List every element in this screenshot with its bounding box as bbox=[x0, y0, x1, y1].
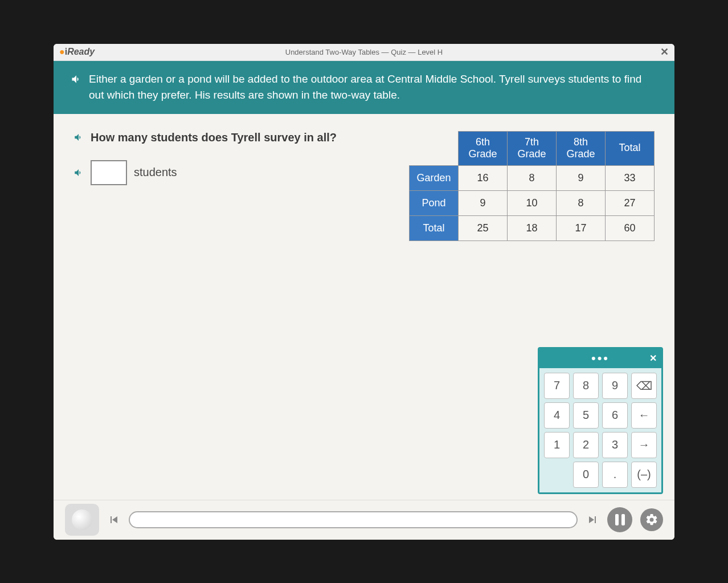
answer-input[interactable] bbox=[91, 160, 127, 185]
question-text: How many students does Tyrell survey in … bbox=[91, 131, 337, 144]
table-cell: 8 bbox=[508, 165, 557, 190]
key-8[interactable]: 8 bbox=[573, 373, 599, 399]
key-backspace[interactable]: ⌫ bbox=[631, 373, 657, 399]
speaker-icon[interactable] bbox=[73, 132, 84, 142]
dock-button[interactable] bbox=[65, 504, 99, 536]
row-header: Total bbox=[410, 215, 459, 240]
table-cell: 17 bbox=[557, 215, 606, 240]
two-way-table: 6thGrade 7thGrade 8thGrade Total Garden … bbox=[409, 131, 655, 241]
question-row: How many students does Tyrell survey in … bbox=[73, 131, 398, 144]
row-header: Pond bbox=[410, 190, 459, 215]
pause-icon bbox=[615, 514, 625, 525]
context-text: Either a garden or a pond will be added … bbox=[89, 71, 657, 104]
col-header: 8thGrade bbox=[557, 131, 606, 165]
key-5[interactable]: 5 bbox=[573, 402, 599, 429]
col-header: 6thGrade bbox=[459, 131, 508, 165]
key-negative[interactable]: (–) bbox=[631, 462, 657, 488]
context-banner: Either a garden or a pond will be added … bbox=[54, 61, 674, 114]
progress-bar[interactable] bbox=[129, 511, 578, 528]
bottom-bar bbox=[54, 500, 674, 540]
logo: ●iReady bbox=[59, 47, 95, 57]
keypad-close-button[interactable]: ✕ bbox=[649, 353, 657, 364]
orb-icon bbox=[72, 509, 92, 530]
col-header: Total bbox=[606, 131, 655, 165]
question-column: How many students does Tyrell survey in … bbox=[73, 131, 398, 483]
row-header: Garden bbox=[410, 165, 459, 190]
table-cell: 27 bbox=[606, 190, 655, 215]
key-7[interactable]: 7 bbox=[544, 373, 570, 399]
lesson-title: Understand Two-Way Tables — Quiz — Level… bbox=[285, 48, 443, 56]
logo-dot-icon: ● bbox=[59, 47, 65, 56]
key-0[interactable]: 0 bbox=[573, 462, 599, 488]
key-1[interactable]: 1 bbox=[544, 432, 570, 458]
table-cell: 10 bbox=[508, 190, 557, 215]
key-dot[interactable]: . bbox=[602, 462, 628, 488]
logo-text-ready: Ready bbox=[67, 47, 95, 56]
keypad-grid: 7 8 9 ⌫ 4 5 6 ← 1 2 3 → 0 . (–) bbox=[539, 368, 661, 492]
key-6[interactable]: 6 bbox=[602, 402, 628, 429]
keypad-header[interactable]: ••• ✕ bbox=[539, 349, 661, 368]
key-left[interactable]: ← bbox=[631, 402, 657, 429]
table-corner bbox=[410, 131, 459, 165]
key-4[interactable]: 4 bbox=[544, 402, 570, 429]
table-cell: 9 bbox=[557, 165, 606, 190]
table-cell: 9 bbox=[459, 190, 508, 215]
pause-button[interactable] bbox=[607, 507, 632, 532]
app-frame: ●iReady Understand Two-Way Tables — Quiz… bbox=[54, 44, 674, 540]
prev-button[interactable] bbox=[107, 513, 121, 527]
answer-unit: students bbox=[134, 166, 177, 179]
key-2[interactable]: 2 bbox=[573, 432, 599, 458]
speaker-icon[interactable] bbox=[73, 168, 84, 178]
key-3[interactable]: 3 bbox=[602, 432, 628, 458]
answer-row: students bbox=[73, 160, 398, 185]
table-cell: 33 bbox=[606, 165, 655, 190]
next-button[interactable] bbox=[586, 513, 599, 527]
table-cell: 25 bbox=[459, 215, 508, 240]
keypad: ••• ✕ 7 8 9 ⌫ 4 5 6 ← 1 2 3 → 0 . (–) bbox=[538, 347, 663, 494]
gear-icon bbox=[645, 513, 659, 527]
top-bar: ●iReady Understand Two-Way Tables — Quiz… bbox=[54, 44, 674, 61]
col-header: 7thGrade bbox=[508, 131, 557, 165]
key-9[interactable]: 9 bbox=[602, 373, 628, 399]
settings-button[interactable] bbox=[640, 508, 663, 531]
table-cell: 60 bbox=[606, 215, 655, 240]
key-right[interactable]: → bbox=[631, 432, 657, 458]
speaker-icon[interactable] bbox=[71, 74, 82, 85]
content-area: How many students does Tyrell survey in … bbox=[54, 114, 674, 500]
table-cell: 18 bbox=[508, 215, 557, 240]
table-cell: 16 bbox=[459, 165, 508, 190]
close-button[interactable]: ✕ bbox=[660, 46, 669, 58]
table-cell: 8 bbox=[557, 190, 606, 215]
